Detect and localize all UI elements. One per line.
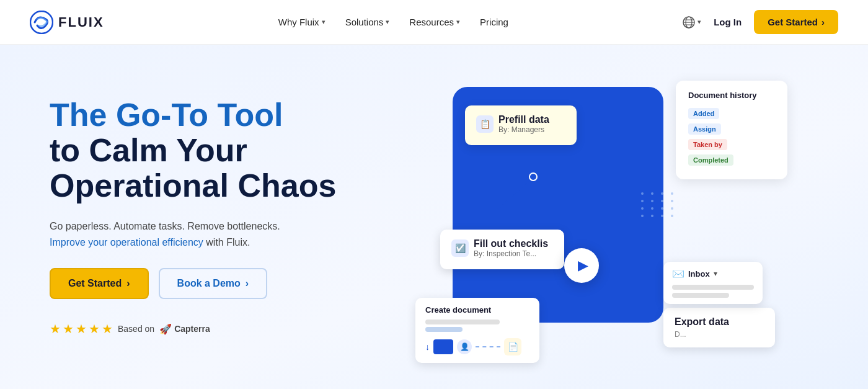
badge-taken: Taken by	[688, 139, 727, 150]
chevron-down-icon: ▾	[322, 18, 326, 26]
hero-efficiency-link[interactable]: Improve your operational efficiency	[50, 237, 203, 248]
input-mock-line	[425, 320, 500, 324]
export-data-card: Export data D...	[663, 308, 775, 347]
hero-right: Document history Added Assign Taken by C…	[372, 45, 818, 389]
navbar: FLUIX Why Fluix ▾ Solutions ▾ Resources …	[0, 0, 868, 45]
play-button[interactable]: ▶	[564, 248, 599, 283]
hero-get-started-button[interactable]: Get Started ›	[50, 268, 149, 299]
star-5: ★	[102, 321, 113, 336]
star-4: ★	[89, 321, 100, 336]
play-icon: ▶	[578, 257, 588, 274]
prefill-data-card: 📋 Prefill data By: Managers	[465, 105, 577, 145]
hero-rating: ★ ★ ★ ★ ★ Based on 🚀 Capterra	[50, 321, 347, 336]
nav-resources[interactable]: Resources ▾	[409, 17, 460, 27]
globe-selector[interactable]: ▾	[683, 16, 701, 29]
star-rating: ★ ★ ★ ★ ★	[50, 321, 113, 336]
checklist-card: ☑️ Fill out checklis By: Inspection Te..…	[440, 230, 564, 269]
document-history-panel: Document history Added Assign Taken by C…	[676, 81, 787, 179]
hero-book-demo-button[interactable]: Book a Demo ›	[159, 268, 268, 299]
inbox-row-1	[672, 285, 754, 290]
workflow-illustration: Document history Added Assign Taken by C…	[403, 68, 787, 366]
rating-based-on: Based on	[118, 324, 154, 334]
inbox-chevron-icon: ▾	[714, 269, 717, 278]
create-arrows-row: ↓ 👤 📄	[425, 338, 529, 355]
logo[interactable]: FLUIX	[30, 11, 104, 34]
logo-text: FLUIX	[58, 14, 104, 30]
person-icon: 👤	[457, 339, 472, 354]
chevron-down-icon: ▾	[698, 18, 701, 26]
inbox-row-2	[672, 293, 729, 298]
globe-icon	[683, 16, 695, 29]
document-icon: 📄	[504, 338, 521, 355]
grid-dots-decoration	[641, 192, 676, 217]
capterra-badge: 🚀 Capterra	[159, 323, 210, 335]
checklist-icon: ☑️	[451, 239, 469, 257]
input-mock-line-sm	[425, 327, 463, 332]
nav-pricing[interactable]: Pricing	[480, 17, 508, 27]
inbox-card[interactable]: ✉️ Inbox ▾	[663, 262, 763, 304]
chevron-down-icon: ▾	[386, 18, 389, 26]
badge-assign: Assign	[688, 123, 721, 135]
hero-subtitle-link-line: Improve your operational efficiency with…	[50, 237, 347, 248]
hero-section: The Go-To Tool to Calm Your Operational …	[0, 45, 868, 389]
badge-completed: Completed	[688, 154, 733, 166]
hero-buttons: Get Started › Book a Demo ›	[50, 268, 347, 299]
hero-subtitle: Go paperless. Automate tasks. Remove bot…	[50, 218, 347, 235]
hero-left: The Go-To Tool to Calm Your Operational …	[50, 97, 372, 336]
hero-title-blue: The Go-To Tool	[50, 97, 347, 133]
nav-solutions[interactable]: Solutions ▾	[345, 17, 390, 27]
chevron-down-icon: ▾	[456, 18, 460, 26]
get-started-nav-button[interactable]: Get Started ›	[754, 10, 838, 34]
star-2: ★	[63, 321, 74, 336]
prefill-icon: 📋	[476, 115, 494, 133]
create-document-card: Create document ↓ 👤 📄	[415, 298, 539, 363]
inbox-icon: ✉️	[672, 268, 684, 280]
hero-title-dark: to Calm Your Operational Chaos	[50, 133, 347, 203]
dashed-line	[476, 346, 500, 347]
blue-block	[433, 339, 453, 354]
badge-added: Added	[688, 108, 719, 119]
nav-why-fluix[interactable]: Why Fluix ▾	[278, 17, 326, 27]
login-button[interactable]: Log In	[714, 17, 742, 27]
star-3: ★	[76, 321, 87, 336]
logo-icon	[30, 11, 53, 34]
nav-right: ▾ Log In Get Started ›	[683, 10, 838, 34]
nav-links: Why Fluix ▾ Solutions ▾ Resources ▾ Pric…	[278, 17, 508, 27]
capterra-flag-icon: 🚀	[159, 323, 172, 335]
star-1: ★	[50, 321, 61, 336]
hero-subtitle-end: with Fluix.	[203, 237, 250, 248]
arrow-down-icon: ↓	[425, 342, 430, 352]
svg-point-0	[30, 11, 53, 34]
